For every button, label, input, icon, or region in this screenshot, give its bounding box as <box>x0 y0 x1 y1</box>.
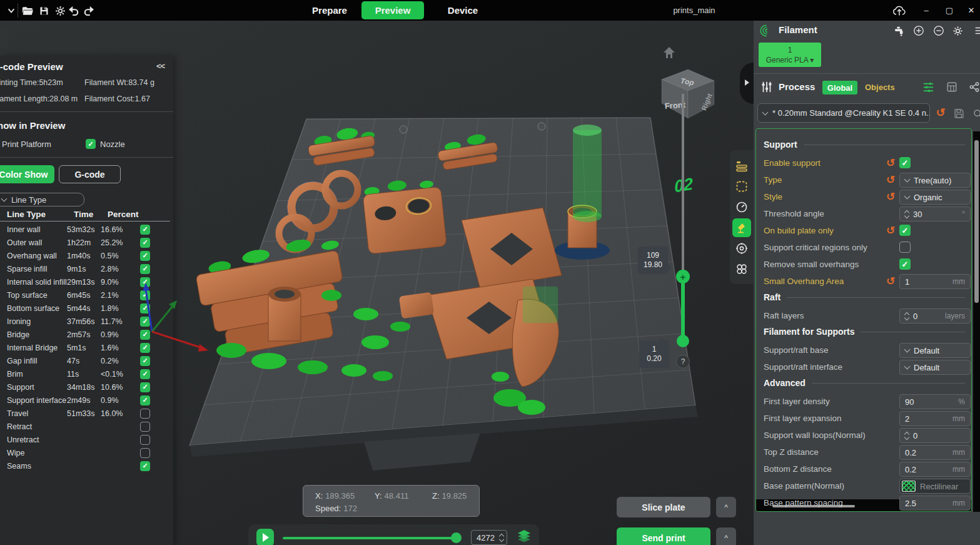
line-type-visibility-checkbox[interactable]: ✓ <box>140 251 150 261</box>
playback-slider-knob[interactable] <box>451 532 462 543</box>
flush-faucet-icon[interactable] <box>892 24 906 38</box>
setting-pattern[interactable]: Rectilinear <box>899 479 971 494</box>
setting-input[interactable]: 1mm <box>899 274 971 289</box>
line-type-visibility-checkbox[interactable]: ✓ <box>140 382 150 392</box>
line-type-visibility-checkbox[interactable]: ✓ <box>140 461 150 471</box>
line-type-visibility-checkbox[interactable]: ✓ <box>140 343 150 353</box>
setting-input[interactable]: 90% <box>899 394 971 409</box>
gcode-button[interactable]: G-code <box>59 165 121 183</box>
setting-input[interactable]: 2mm <box>899 411 971 426</box>
pre set-dropdown[interactable]: * 0.20mm Standard @Creality K1 SE 0.4 n.… <box>757 103 930 123</box>
maximize-button[interactable]: ▢ <box>941 4 957 17</box>
play-button[interactable] <box>256 529 274 545</box>
print-platform-option[interactable]: ✓ Print Platform <box>0 139 51 149</box>
setting-input[interactable]: 0.2mm <box>899 445 971 460</box>
line-type-visibility-checkbox[interactable]: ✓ <box>140 277 150 287</box>
layer-slider-track[interactable] <box>682 94 684 277</box>
others-category-icon[interactable] <box>732 260 751 278</box>
support-category-icon[interactable] <box>732 218 751 237</box>
left-collapsed-tab[interactable] <box>0 25 8 48</box>
spinner-arrows-icon[interactable] <box>500 534 503 541</box>
slice-plate-button[interactable]: Slice plate <box>617 497 710 517</box>
setting-checkbox[interactable]: ✓ <box>899 225 911 236</box>
home-view-icon[interactable] <box>662 46 677 59</box>
chevron-down-icon[interactable] <box>5 4 18 17</box>
close-button[interactable]: ✕ <box>963 4 979 17</box>
layer-slider-range[interactable] <box>681 277 685 341</box>
send-print-button[interactable]: Send print <box>617 527 710 545</box>
view-cube[interactable]: Top Front Right <box>655 63 718 121</box>
color-show-button[interactable]: Color Show <box>0 165 54 183</box>
reset-setting-icon[interactable]: ↺ <box>886 224 895 237</box>
settings-gear-icon[interactable] <box>54 4 66 17</box>
reset-preset-icon[interactable]: ↺ <box>934 106 947 120</box>
reset-setting-icon[interactable]: ↺ <box>886 156 895 170</box>
open-file-icon[interactable] <box>21 4 34 17</box>
setting-dropdown[interactable]: Tree(auto) <box>899 173 971 188</box>
search-params-icon[interactable] <box>971 106 980 120</box>
setting-dropdown[interactable]: Organic <box>899 190 971 205</box>
layer-slider-bottom-handle[interactable] <box>677 335 689 347</box>
reset-setting-icon[interactable]: ↺ <box>886 275 895 288</box>
nozzle-option[interactable]: ✓ Nozzle <box>86 139 125 149</box>
vscroll-thumb[interactable] <box>974 140 979 303</box>
line-type-visibility-checkbox[interactable]: ✓ <box>140 225 150 235</box>
quality-category-icon[interactable] <box>732 156 751 175</box>
line-type-visibility-checkbox[interactable] <box>140 448 150 458</box>
save-icon[interactable] <box>38 4 50 17</box>
line-type-visibility-checkbox[interactable]: ✓ <box>140 317 150 327</box>
line-type-visibility-checkbox[interactable]: ✓ <box>140 264 150 274</box>
tab-objects[interactable]: Objects <box>865 83 895 92</box>
tab-device[interactable]: Device <box>438 0 488 21</box>
setting-spin[interactable]: 0 <box>899 428 971 443</box>
compare-share-icon[interactable] <box>967 80 980 94</box>
strength-category-icon[interactable] <box>732 177 751 196</box>
line-type-filter-dropdown[interactable]: Line Type <box>0 193 84 206</box>
layer-slider-top-handle[interactable]: + <box>676 270 690 283</box>
help-icon[interactable]: ? <box>676 355 690 369</box>
setting-dropdown[interactable]: Default <box>899 360 971 375</box>
tab-preview[interactable]: Preview <box>361 1 424 19</box>
nozzle-checkbox[interactable]: ✓ <box>86 139 96 149</box>
filament-slot-chip[interactable]: 1 Generic PLA ▾ <box>759 43 821 67</box>
vertical-scrollbar[interactable] <box>973 131 980 512</box>
setting-dropdown[interactable]: Default <box>899 343 971 358</box>
undo-icon[interactable] <box>68 4 80 17</box>
playback-slider-track[interactable] <box>283 537 460 539</box>
line-type-visibility-checkbox[interactable]: ✓ <box>140 290 150 300</box>
reset-setting-icon[interactable]: ↺ <box>886 190 895 203</box>
cooling-category-icon[interactable] <box>732 239 751 258</box>
spinner-arrows-icon[interactable] <box>905 313 909 320</box>
line-type-visibility-checkbox[interactable]: ✓ <box>140 330 150 340</box>
speed-category-icon[interactable] <box>732 198 751 216</box>
line-type-visibility-checkbox[interactable] <box>140 435 150 445</box>
setting-spin[interactable]: 0layers <box>899 308 971 323</box>
line-type-visibility-checkbox[interactable]: ✓ <box>140 303 150 313</box>
line-type-visibility-checkbox[interactable]: ✓ <box>140 369 150 379</box>
layers-mode-icon[interactable] <box>516 528 532 544</box>
reset-setting-icon[interactable]: ↺ <box>886 173 895 186</box>
tab-prepare[interactable]: Prepare <box>305 0 355 21</box>
line-type-visibility-checkbox[interactable]: ✓ <box>140 238 150 248</box>
line-type-visibility-checkbox[interactable]: ✓ <box>140 356 150 366</box>
setting-spin[interactable]: 30° <box>899 206 971 222</box>
slice-options-button[interactable]: ^ <box>716 497 736 517</box>
filament-settings-gear-icon[interactable] <box>951 24 964 38</box>
param-table-icon[interactable] <box>945 80 959 94</box>
send-options-button[interactable]: ^ <box>716 527 736 545</box>
add-filament-icon[interactable] <box>912 24 926 38</box>
params-list-icon[interactable] <box>921 80 935 94</box>
redo-icon[interactable] <box>83 4 95 17</box>
save-preset-icon[interactable] <box>952 106 966 120</box>
setting-input[interactable]: 2.5mm <box>899 496 971 511</box>
expand-panel-arrow[interactable] <box>740 63 754 104</box>
spinner-arrows-icon[interactable] <box>905 432 909 439</box>
line-type-visibility-checkbox[interactable]: ✓ <box>140 395 150 405</box>
spinner-arrows-icon[interactable] <box>905 211 909 218</box>
tab-global[interactable]: Global <box>822 81 857 94</box>
setting-input[interactable]: 0.2mm <box>899 462 971 477</box>
cloud-upload-icon[interactable] <box>893 4 906 17</box>
setting-checkbox[interactable]: ✓ <box>899 157 911 168</box>
line-type-visibility-checkbox[interactable] <box>140 422 150 432</box>
setting-checkbox[interactable]: ✓ <box>899 258 911 270</box>
